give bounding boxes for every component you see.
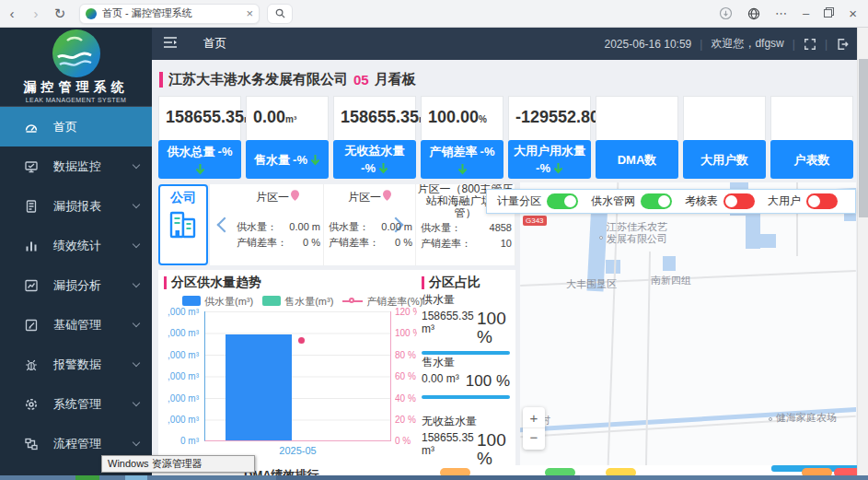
zone-panel[interactable]: 片区一 供水量：0.00 m 产销差率：0 % xyxy=(232,184,324,265)
kpi-card-meter-count: 户表数 xyxy=(770,96,853,179)
zone-rate: 产销差率：0 % xyxy=(324,235,415,251)
page-scrollbar[interactable] xyxy=(857,28,868,480)
back-icon[interactable]: ‹ xyxy=(0,6,24,21)
kpi-label-button[interactable]: 户表数 xyxy=(770,140,853,179)
ratio-value: 0.00 m³ xyxy=(422,372,466,385)
kpi-row: 158655.35m³ 供水总量-% 0.00m³ 售水量-% 158655.3… xyxy=(158,96,853,179)
toggle-knob xyxy=(808,195,820,207)
globe-icon[interactable] xyxy=(747,7,760,20)
map-label-group: 南新四组 xyxy=(651,275,691,287)
taskbar-app-icon[interactable] xyxy=(125,475,147,480)
kpi-label-button[interactable]: DMA数 xyxy=(596,140,678,179)
y-axis-tick: ,000 m³ xyxy=(158,307,199,317)
zoom-in-button[interactable]: + xyxy=(523,407,545,428)
sidebar-item-label: 首页 xyxy=(53,119,77,135)
toggle-supply-network[interactable] xyxy=(641,193,672,209)
sidebar-item-leak-analysis[interactable]: 漏损分析 xyxy=(0,265,152,305)
close-icon[interactable]: × xyxy=(849,6,857,21)
sidebar-item-leak-report[interactable]: 漏损报表 xyxy=(0,186,152,226)
zone-rate: 产销差率：10 xyxy=(416,236,515,252)
collapse-sidebar-icon[interactable] xyxy=(163,36,178,53)
zoom-out-button[interactable]: − xyxy=(523,428,545,449)
nrw-rate-point[interactable] xyxy=(298,337,305,344)
app-logo-block: 漏控管理系统 LEAK MANAGEMENT SYSTEM xyxy=(0,28,152,107)
y-axis-tick: 100 % xyxy=(395,328,417,338)
y-axis-tick: 60 % xyxy=(395,371,417,381)
logout-icon[interactable] xyxy=(836,38,850,51)
kpi-label-button[interactable]: 无收益水量-% xyxy=(333,140,416,179)
kpi-value: -129552.80m³ xyxy=(508,96,591,140)
search-button[interactable] xyxy=(267,4,293,24)
sidebar-item-alarm-data[interactable]: 报警数据 xyxy=(0,345,152,384)
map-poi-marker xyxy=(769,417,772,421)
sidebar-item-performance-stats[interactable]: 绩效统计 xyxy=(0,226,152,265)
flow-icon xyxy=(24,437,39,451)
app-header: 首页 2025-06-16 10:59 | 欢迎您，dfgsw | | xyxy=(152,28,857,60)
forward-icon[interactable]: › xyxy=(24,6,48,21)
title-accent-bar xyxy=(422,276,424,289)
trend-down-icon xyxy=(310,154,320,166)
dashboard-content: 江苏大丰港水务发展有限公司 05 月看板 158655.35m³ 供水总量-% … xyxy=(152,60,857,475)
road-badge: G343 xyxy=(523,216,547,226)
y-axis-tick: ,000 m³ xyxy=(158,393,199,404)
kpi-card-large-user-count: 大用户数 xyxy=(683,96,766,179)
sidebar-item-label: 漏损报表 xyxy=(53,198,101,215)
taskbar-tooltip: Windows 资源管理器 xyxy=(101,455,255,473)
taskbar-active-app[interactable] xyxy=(276,475,580,480)
minimize-icon[interactable]: – xyxy=(803,6,809,20)
title-accent-bar xyxy=(164,276,167,289)
bottom-section-clipped: DMA绩效排行 xyxy=(152,465,857,475)
fullscreen-icon[interactable] xyxy=(804,38,816,51)
rank-pill-orange xyxy=(440,468,470,475)
toggle-metering-zone[interactable] xyxy=(547,193,578,209)
reload-icon[interactable]: ↻ xyxy=(48,6,72,22)
sidebar-item-data-monitor[interactable]: 数据监控 xyxy=(0,146,152,186)
restore-icon[interactable] xyxy=(824,9,832,18)
kpi-label-button[interactable]: 售水量-% xyxy=(246,140,329,179)
y-axis-tick: ,000 m³ xyxy=(158,371,199,381)
trend-down-icon xyxy=(195,163,205,175)
windows-taskbar[interactable] xyxy=(0,475,868,480)
ratio-label: 无收益水量 xyxy=(422,414,510,429)
kpi-card-total-supply: 158655.35m³ 供水总量-% xyxy=(158,96,241,179)
divider: | xyxy=(700,38,702,51)
browser-menu-icon[interactable]: ⋯ xyxy=(775,6,788,20)
tab-close-icon[interactable]: × xyxy=(246,6,253,20)
kpi-label-button[interactable]: 产销差率-% xyxy=(421,140,503,179)
ratio-progress-bar xyxy=(422,395,510,399)
carousel-prev-icon[interactable] xyxy=(217,217,233,233)
download-icon[interactable] xyxy=(719,6,733,20)
toggle-assessment-meter[interactable] xyxy=(723,193,755,209)
map-river xyxy=(746,234,776,248)
gis-map[interactable]: G343 江苏佳禾农艺发展有限公司 大丰围垦区 南新四组 羊村 健海家庭农场 +… xyxy=(520,182,856,465)
company-selector-card[interactable]: 公司 xyxy=(158,184,208,265)
zone-supply: 供水量：0.00 m xyxy=(324,219,415,235)
taskbar-app-icon[interactable] xyxy=(75,475,99,480)
zone-panel[interactable]: 片区一 供水量：0.00 m 产销差率：0 % xyxy=(324,184,416,265)
kpi-card-dma-count: DMA数 xyxy=(596,96,678,179)
browser-tab[interactable]: 首页 - 漏控管理系统 × xyxy=(79,4,260,24)
sidebar-item-system-management[interactable]: 系统管理 xyxy=(0,384,152,424)
sidebar-item-label: 绩效统计 xyxy=(53,238,101,254)
y-axis-tick: ,000 m³ xyxy=(158,328,199,338)
company-card-label: 公司 xyxy=(160,190,206,206)
kpi-label-button[interactable]: 供水总量-% xyxy=(158,140,241,179)
zone-supply: 供水量：0.00 m xyxy=(232,219,323,235)
trend-down-icon xyxy=(457,163,468,175)
sidebar-item-basic-management[interactable]: 基础管理 xyxy=(0,305,152,345)
legend-sales[interactable]: 售水量(m³) xyxy=(262,295,333,309)
sidebar-item-label: 数据监控 xyxy=(53,158,101,175)
gauge-icon xyxy=(24,120,39,135)
supply-bar[interactable] xyxy=(226,334,292,440)
scrollbar-thumb[interactable] xyxy=(859,59,868,217)
toggle-large-user[interactable] xyxy=(806,193,838,209)
kpi-label-button[interactable]: 大用户用水量-% xyxy=(508,140,591,179)
y-axis-tick: ,000 m³ xyxy=(158,415,199,425)
tab-favicon xyxy=(86,8,97,19)
kpi-label-button[interactable]: 大用户数 xyxy=(683,140,766,179)
sidebar-item-home[interactable]: 首页 xyxy=(0,107,152,146)
ratio-value: 158655.35 m³ xyxy=(422,310,475,335)
breadcrumb[interactable]: 首页 xyxy=(203,36,226,52)
chevron-down-icon xyxy=(133,439,140,446)
ratio-label: 供水量 xyxy=(422,292,510,308)
